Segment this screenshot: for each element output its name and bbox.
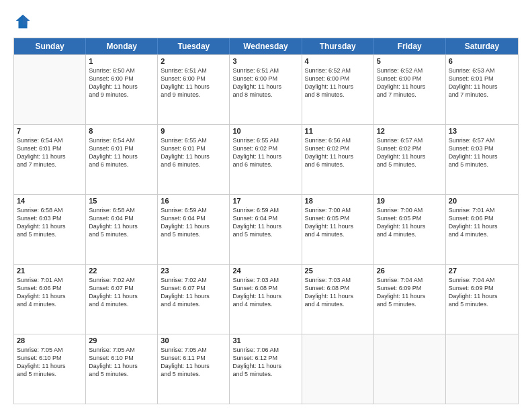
cell-line: Sunrise: 6:54 AM	[17, 136, 83, 144]
cell-line: Daylight: 11 hours	[161, 83, 226, 91]
cal-cell-14: 14Sunrise: 6:58 AMSunset: 6:03 PMDayligh…	[14, 195, 86, 264]
cell-line: and 5 minutes.	[17, 230, 83, 238]
cell-line: and 5 minutes.	[377, 300, 443, 308]
cell-line: Sunrise: 7:04 AM	[449, 276, 515, 284]
day-number: 1	[89, 57, 154, 65]
cal-cell-30: 30Sunrise: 7:05 AMSunset: 6:11 PMDayligh…	[158, 334, 230, 404]
cell-line: Daylight: 11 hours	[89, 83, 154, 91]
cell-line: Sunrise: 7:01 AM	[449, 206, 515, 214]
cell-line: and 6 minutes.	[161, 161, 226, 169]
cal-cell-empty-0	[14, 55, 86, 124]
cal-cell-24: 24Sunrise: 7:03 AMSunset: 6:08 PMDayligh…	[230, 265, 302, 334]
cal-cell-1: 1Sunrise: 6:50 AMSunset: 6:00 PMDaylight…	[86, 55, 158, 124]
calendar: SundayMondayTuesdayWednesdayThursdayFrid…	[13, 38, 519, 404]
cell-line: Sunset: 6:01 PM	[449, 75, 515, 83]
cell-line: Daylight: 11 hours	[89, 292, 154, 300]
day-number: 23	[161, 267, 226, 275]
cal-cell-29: 29Sunrise: 7:05 AMSunset: 6:10 PMDayligh…	[86, 334, 158, 404]
cal-header-thursday: Thursday	[302, 38, 374, 54]
cell-line: and 4 minutes.	[89, 300, 154, 308]
cell-line: Sunrise: 6:52 AM	[377, 66, 443, 75]
cell-line: Sunset: 6:04 PM	[161, 214, 226, 222]
cell-line: Sunrise: 6:54 AM	[89, 136, 154, 144]
cell-line: and 5 minutes.	[89, 230, 154, 238]
cal-cell-13: 13Sunrise: 6:57 AMSunset: 6:03 PMDayligh…	[446, 125, 518, 194]
day-number: 8	[89, 127, 154, 135]
cell-line: Sunset: 6:10 PM	[17, 354, 83, 362]
svg-marker-1	[23, 15, 30, 25]
cell-line: Sunset: 6:00 PM	[232, 75, 298, 83]
day-number: 20	[449, 197, 515, 205]
cell-line: Daylight: 11 hours	[232, 292, 298, 300]
day-number: 11	[305, 127, 371, 135]
calendar-header-row: SundayMondayTuesdayWednesdayThursdayFrid…	[14, 38, 518, 54]
cell-line: and 5 minutes.	[161, 370, 226, 378]
cell-line: Daylight: 11 hours	[161, 292, 226, 300]
cal-header-sunday: Sunday	[14, 38, 86, 54]
cal-cell-10: 10Sunrise: 6:55 AMSunset: 6:02 PMDayligh…	[230, 125, 302, 194]
cell-line: Daylight: 11 hours	[89, 222, 154, 230]
cell-line: Daylight: 11 hours	[17, 362, 83, 370]
day-number: 4	[305, 57, 371, 65]
cal-header-monday: Monday	[86, 38, 158, 54]
day-number: 24	[232, 267, 298, 275]
day-number: 12	[377, 127, 443, 135]
cell-line: Daylight: 11 hours	[17, 222, 83, 230]
cell-line: and 5 minutes.	[377, 161, 443, 169]
cell-line: Sunset: 6:02 PM	[305, 144, 371, 152]
cal-cell-18: 18Sunrise: 7:00 AMSunset: 6:05 PMDayligh…	[302, 195, 374, 264]
day-number: 6	[449, 57, 515, 65]
cell-line: and 4 minutes.	[377, 230, 443, 238]
cell-line: and 5 minutes.	[17, 370, 83, 378]
cal-header-friday: Friday	[374, 38, 446, 54]
day-number: 30	[161, 336, 226, 345]
cell-line: Sunrise: 7:05 AM	[161, 346, 226, 354]
cell-line: and 6 minutes.	[232, 161, 298, 169]
cell-line: Sunset: 6:03 PM	[17, 214, 83, 222]
cell-line: Daylight: 11 hours	[89, 362, 154, 370]
cal-cell-26: 26Sunrise: 7:04 AMSunset: 6:09 PMDayligh…	[374, 265, 446, 334]
cell-line: and 9 minutes.	[161, 91, 226, 99]
cell-line: and 4 minutes.	[449, 230, 515, 238]
day-number: 29	[89, 336, 154, 345]
cell-line: Sunrise: 6:58 AM	[17, 206, 83, 214]
cal-cell-16: 16Sunrise: 6:59 AMSunset: 6:04 PMDayligh…	[158, 195, 230, 264]
cell-line: Sunrise: 7:05 AM	[89, 346, 154, 354]
cal-cell-25: 25Sunrise: 7:03 AMSunset: 6:08 PMDayligh…	[302, 265, 374, 334]
cal-cell-9: 9Sunrise: 6:55 AMSunset: 6:01 PMDaylight…	[158, 125, 230, 194]
cell-line: Sunset: 6:09 PM	[449, 284, 515, 292]
cal-cell-20: 20Sunrise: 7:01 AMSunset: 6:06 PMDayligh…	[446, 195, 518, 264]
cell-line: and 7 minutes.	[377, 91, 443, 99]
cell-line: and 9 minutes.	[89, 91, 154, 99]
cell-line: Sunset: 6:02 PM	[377, 144, 443, 152]
cell-line: Sunset: 6:08 PM	[232, 284, 298, 292]
day-number: 9	[161, 127, 226, 135]
cell-line: Sunrise: 6:55 AM	[232, 136, 298, 144]
cell-line: Sunrise: 6:52 AM	[305, 66, 371, 75]
cell-line: Daylight: 11 hours	[232, 362, 298, 370]
cell-line: and 5 minutes.	[232, 230, 298, 238]
cell-line: Sunrise: 6:57 AM	[377, 136, 443, 144]
cal-cell-2: 2Sunrise: 6:51 AMSunset: 6:00 PMDaylight…	[158, 55, 230, 124]
cell-line: Sunset: 6:04 PM	[89, 214, 154, 222]
cell-line: Daylight: 11 hours	[305, 152, 371, 161]
logo-icon	[13, 12, 32, 31]
day-number: 28	[17, 336, 83, 345]
cell-line: and 4 minutes.	[232, 300, 298, 308]
day-number: 16	[161, 197, 226, 205]
cell-line: Daylight: 11 hours	[17, 152, 83, 161]
day-number: 22	[89, 267, 154, 275]
cal-cell-empty-6	[446, 334, 518, 404]
cell-line: Sunset: 6:12 PM	[232, 354, 298, 362]
cell-line: Sunset: 6:01 PM	[17, 144, 83, 152]
cal-week-4: 28Sunrise: 7:05 AMSunset: 6:10 PMDayligh…	[14, 334, 518, 404]
cell-line: Sunrise: 7:03 AM	[232, 276, 298, 284]
cal-cell-15: 15Sunrise: 6:58 AMSunset: 6:04 PMDayligh…	[86, 195, 158, 264]
cell-line: Daylight: 11 hours	[449, 152, 515, 161]
cell-line: Sunrise: 7:05 AM	[17, 346, 83, 354]
cell-line: Sunrise: 7:01 AM	[17, 276, 83, 284]
cell-line: Sunset: 6:06 PM	[17, 284, 83, 292]
cell-line: Sunset: 6:00 PM	[89, 75, 154, 83]
cell-line: Sunrise: 7:03 AM	[305, 276, 371, 284]
day-number: 21	[17, 267, 83, 275]
